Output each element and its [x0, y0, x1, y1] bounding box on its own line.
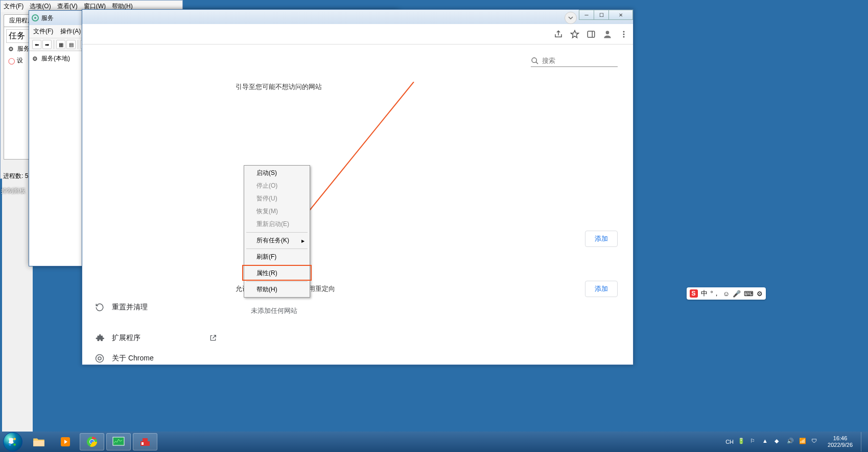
profile-icon[interactable] [602, 29, 613, 39]
chrome-maximize-button[interactable]: ☐ [594, 10, 609, 20]
ctx-separator [246, 248, 308, 249]
chrome-hint-text: 引导至您可能不想访问的网站 [236, 82, 618, 92]
svg-point-15 [9, 443, 11, 446]
gear-icon: ⚙ [32, 55, 39, 62]
chrome-close-button[interactable]: ✕ [608, 10, 633, 20]
chrome-minimize-button[interactable]: ─ [579, 10, 594, 20]
ime-mic-icon[interactable]: 🎤 [733, 290, 741, 298]
ctx-item[interactable]: 帮助(H) [245, 283, 309, 296]
ctx-separator [246, 232, 308, 233]
services-tree[interactable]: ⚙ 服务(本地) [29, 51, 86, 266]
services-title: 服务 [41, 14, 54, 22]
svg-point-4 [623, 33, 625, 35]
chrome-sidebar: 重置并清理 扩展程序 关于 Chrome [82, 44, 230, 365]
taskbar-services[interactable] [133, 433, 157, 450]
services-icon [31, 14, 39, 22]
ime-settings-icon[interactable]: ⚙ [757, 290, 763, 298]
chrome-titlebar[interactable]: ─ ☐ ✕ [82, 10, 633, 24]
ctx-item: 恢复(M) [245, 205, 309, 218]
ctx-item: 暂停(U) [245, 192, 309, 205]
services-tree-node: ⚙ 服务(本地) [31, 53, 84, 64]
chrome-window: ─ ☐ ✕ 重置并清理 扩展程序 关于 Chrome [82, 9, 634, 365]
taskmgr-menu-options[interactable]: 选项(O) [30, 2, 51, 11]
ctx-separator [246, 281, 308, 282]
svg-rect-20 [113, 437, 124, 445]
menu-icon[interactable] [619, 29, 629, 39]
ctx-separator [246, 265, 308, 265]
tray-up-icon[interactable]: ▲ [762, 438, 770, 446]
side-panel-icon[interactable] [586, 29, 596, 39]
tray-battery-icon[interactable]: 🔋 [738, 438, 746, 446]
tray-network-icon[interactable]: 📶 [799, 438, 807, 446]
tray-shield-icon[interactable]: 🛡 [811, 438, 819, 446]
taskbar-chrome[interactable] [80, 433, 104, 450]
services-menu-file[interactable]: 文件(F) [33, 27, 53, 36]
context-menu[interactable]: 启动(S)停止(O)暂停(U)恢复(M)重新启动(E)所有任务(K)▶刷新(F)… [244, 165, 310, 298]
annotation-highlight [242, 265, 312, 281]
ime-logo-icon: S [690, 289, 698, 298]
ime-emoji-icon[interactable]: ☺ [723, 290, 730, 298]
tray-ime[interactable]: CH [725, 439, 734, 445]
tray-volume-icon[interactable]: 🔊 [787, 438, 795, 446]
svg-point-5 [623, 36, 625, 37]
svg-rect-23 [142, 442, 144, 445]
start-button[interactable] [3, 432, 22, 451]
star-icon[interactable] [570, 29, 580, 39]
empty-text: 未添加任何网站 [236, 306, 618, 315]
taskbar-explorer[interactable] [27, 433, 51, 450]
reset-icon [95, 302, 105, 312]
toolbar-showhide-icon[interactable]: ▦ [56, 40, 65, 49]
nav-about-label: 关于 Chrome [112, 354, 154, 363]
open-new-icon [208, 333, 218, 343]
tray-app1-icon[interactable]: ◆ [775, 438, 783, 446]
search-input[interactable] [531, 55, 618, 67]
add-button-1[interactable]: 添加 [585, 231, 618, 247]
ctx-item[interactable]: 刷新(F) [245, 251, 309, 263]
toolbar-forward-icon[interactable]: ➡ [42, 40, 52, 49]
nav-reset[interactable]: 重置并清理 [82, 297, 230, 318]
nav-ext-label: 扩展程序 [112, 333, 140, 343]
taskbar-media[interactable] [53, 433, 78, 450]
svg-point-3 [623, 31, 625, 32]
control-panel-label[interactable]: 控制面板 [0, 187, 27, 195]
ctx-item[interactable]: 所有任务(K)▶ [245, 234, 309, 247]
svg-rect-22 [143, 438, 148, 441]
nav-about[interactable]: 关于 Chrome [82, 348, 230, 369]
taskmgr-status: 进程数: 52 [2, 171, 33, 452]
chrome-toolbar [82, 24, 633, 44]
chrome-logo-icon [95, 353, 105, 364]
chevron-right-icon: ▶ [301, 238, 304, 243]
show-desktop-button[interactable] [861, 432, 865, 451]
ime-keyboard-icon[interactable]: ⌨ [744, 290, 754, 298]
ime-punct-icon[interactable]: °， [711, 289, 720, 298]
svg-point-6 [96, 355, 104, 363]
system-tray[interactable]: CH 🔋 ⚐ ▲ ◆ 🔊 📶 🛡 16:46 2022/9/26 [722, 432, 868, 451]
taskbar-taskmgr[interactable] [106, 433, 131, 450]
nav-reset-label: 重置并清理 [112, 303, 148, 312]
svg-point-14 [13, 443, 16, 446]
taskbar[interactable]: CH 🔋 ⚐ ▲ ◆ 🔊 📶 🛡 16:46 2022/9/26 [0, 432, 868, 452]
share-icon[interactable] [553, 29, 564, 39]
svg-point-11 [34, 17, 36, 19]
ctx-item: 停止(O) [245, 179, 309, 192]
add-button-2[interactable]: 添加 [585, 281, 618, 297]
ctx-item[interactable]: 属性(R) [245, 267, 309, 280]
ime-lang[interactable]: 中 [701, 289, 708, 298]
nav-extensions[interactable]: 扩展程序 [82, 328, 230, 348]
chrome-chevron-badge[interactable] [565, 12, 577, 24]
tray-action-icon[interactable]: ⚐ [750, 438, 758, 446]
taskmgr-menu-view[interactable]: 查看(V) [57, 2, 78, 11]
ctx-item[interactable]: 启动(S) [245, 167, 309, 179]
ime-bar[interactable]: S 中 °， ☺ 🎤 ⌨ ⚙ [687, 287, 766, 300]
tray-clock[interactable]: 16:46 2022/9/26 [824, 435, 857, 448]
services-menu-action[interactable]: 操作(A) [60, 27, 81, 36]
svg-rect-0 [588, 31, 595, 37]
extension-icon [95, 333, 105, 343]
svg-point-7 [98, 357, 101, 360]
svg-point-13 [13, 438, 16, 440]
taskmgr-menu-file[interactable]: 文件(F) [4, 2, 24, 11]
ctx-item: 重新启动(E) [245, 218, 309, 231]
svg-point-2 [606, 31, 609, 34]
toolbar-prop-icon[interactable]: ▤ [66, 40, 76, 49]
toolbar-back-icon[interactable]: ⬅ [32, 40, 41, 49]
